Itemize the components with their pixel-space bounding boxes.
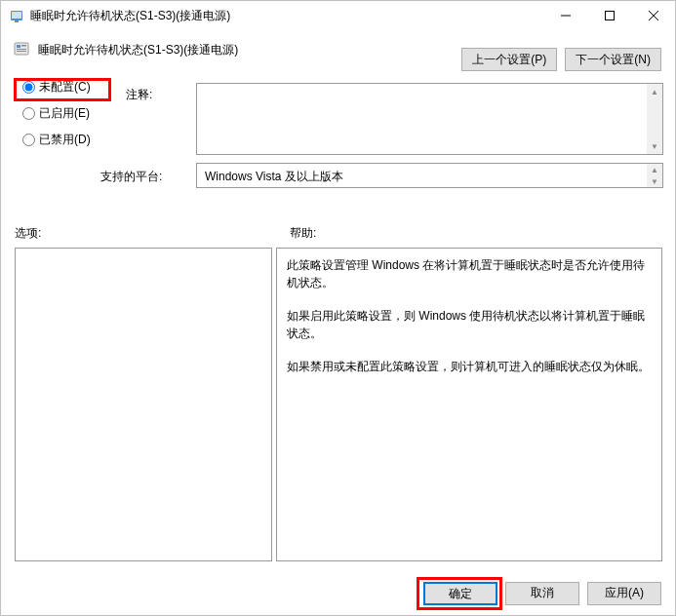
scroll-up-icon[interactable]: ▲ <box>647 164 662 175</box>
annotation-label: 注释: <box>126 87 152 103</box>
minimize-button[interactable] <box>543 1 587 30</box>
radio-not-configured-input[interactable] <box>22 81 35 94</box>
scrollbar[interactable]: ▲ ▼ <box>647 164 662 187</box>
radio-disabled-label: 已禁用(D) <box>39 132 91 148</box>
policy-item-icon <box>13 40 32 59</box>
options-label: 选项: <box>15 225 41 242</box>
titlebar: 睡眠时允许待机状态(S1-S3)(接通电源) <box>1 1 675 30</box>
platform-text: Windows Vista 及以上版本 ▲ ▼ <box>196 163 663 188</box>
scroll-down-icon[interactable]: ▼ <box>647 138 662 154</box>
help-panel: 此策略设置管理 Windows 在将计算机置于睡眠状态时是否允许使用待机状态。 … <box>276 248 662 561</box>
cancel-button[interactable]: 取消 <box>505 582 579 605</box>
close-button[interactable] <box>631 1 675 30</box>
svg-rect-8 <box>17 45 20 48</box>
scroll-up-icon[interactable]: ▲ <box>647 84 662 99</box>
ok-button[interactable]: 确定 <box>423 582 497 605</box>
help-para-3: 如果禁用或未配置此策略设置，则计算机可进入的睡眠状态仅为休眠。 <box>287 358 652 375</box>
svg-rect-4 <box>605 12 614 20</box>
policy-icon <box>9 8 24 23</box>
svg-rect-9 <box>21 45 26 47</box>
radio-not-configured-label: 未配置(C) <box>39 79 91 96</box>
prev-setting-button[interactable]: 上一个设置(P) <box>461 48 557 71</box>
scrollbar[interactable]: ▲ ▼ <box>647 84 662 154</box>
svg-rect-1 <box>12 12 21 19</box>
window-title: 睡眠时允许待机状态(S1-S3)(接通电源) <box>30 8 543 24</box>
radio-enabled-label: 已启用(E) <box>39 105 90 122</box>
radio-not-configured[interactable]: 未配置(C) <box>22 79 91 96</box>
help-para-1: 此策略设置管理 Windows 在将计算机置于睡眠状态时是否允许使用待机状态。 <box>287 256 652 291</box>
scroll-down-icon[interactable]: ▼ <box>647 175 662 187</box>
next-setting-button[interactable]: 下一个设置(N) <box>565 48 661 71</box>
apply-button[interactable]: 应用(A) <box>587 582 661 605</box>
maximize-button[interactable] <box>587 1 631 30</box>
radio-disabled-input[interactable] <box>22 134 35 146</box>
help-para-2: 如果启用此策略设置，则 Windows 使用待机状态以将计算机置于睡眠状态。 <box>287 307 652 342</box>
window-controls <box>543 1 675 30</box>
annotation-textarea[interactable]: ▲ ▼ <box>196 83 663 155</box>
help-label: 帮助: <box>290 225 316 242</box>
radio-enabled[interactable]: 已启用(E) <box>22 105 91 122</box>
policy-header: 睡眠时允许待机状态(S1-S3)(接通电源) 上一个设置(P) 下一个设置(N) <box>1 30 675 75</box>
radio-enabled-input[interactable] <box>22 107 35 120</box>
dialog-buttons: 确定 取消 应用(A) <box>423 582 661 605</box>
config-radio-group: 未配置(C) 已启用(E) 已禁用(D) <box>22 79 91 158</box>
svg-rect-11 <box>17 51 26 52</box>
svg-rect-2 <box>15 20 19 22</box>
radio-disabled[interactable]: 已禁用(D) <box>22 132 91 148</box>
platform-label: 支持的平台: <box>100 169 162 185</box>
svg-rect-10 <box>17 49 26 50</box>
platform-value: Windows Vista 及以上版本 <box>205 170 343 183</box>
options-panel <box>15 248 272 561</box>
